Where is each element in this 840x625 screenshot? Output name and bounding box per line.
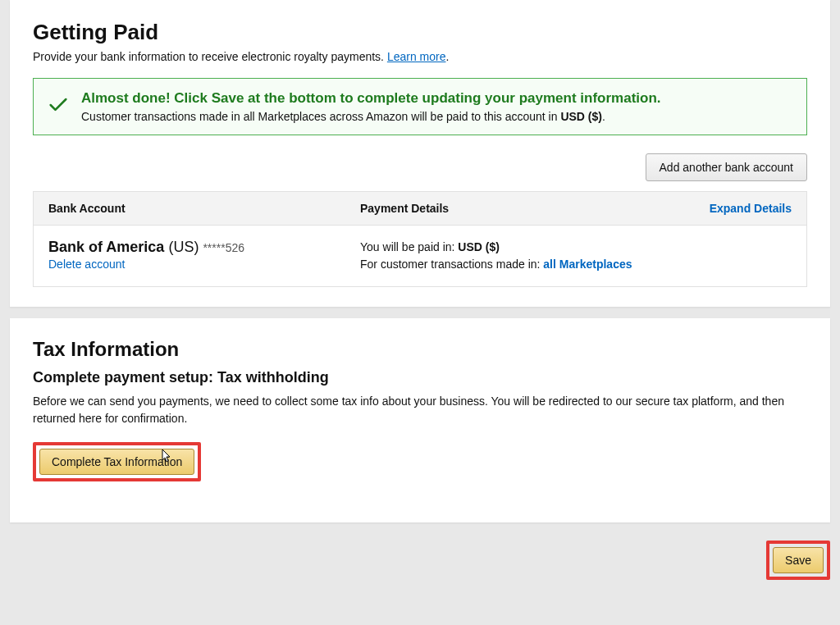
table-row: Bank of America (US) *****526 Delete acc… [34,226,806,286]
expand-details-link[interactable]: Expand Details [710,202,792,215]
paid-in-value: USD ($) [458,240,500,253]
bank-name: Bank of America [48,239,164,255]
checkmark-icon [47,94,70,116]
header-bank-account: Bank Account [48,202,360,215]
tax-description: Before we can send you payments, we need… [33,393,807,427]
all-marketplaces-link[interactable]: all Marketplaces [543,258,632,271]
tax-info-title: Tax Information [33,338,807,361]
add-bank-button[interactable]: Add another bank account [646,153,807,181]
bank-account-mask: *****526 [203,241,244,254]
save-highlight: Save [766,541,830,580]
alert-title: Almost done! Click Save at the bottom to… [81,90,793,107]
alert-success: Almost done! Click Save at the bottom to… [33,78,807,135]
bank-country: (US) [168,239,199,255]
tax-info-panel: Tax Information Complete payment setup: … [10,318,830,522]
bank-table-header: Bank Account Payment Details Expand Deta… [34,192,806,226]
complete-tax-button[interactable]: Complete Tax Information [39,449,194,475]
add-bank-row: Add another bank account [33,153,807,181]
transactions-label: For customer transactions made in: [360,258,543,271]
header-payment-details: Payment Details [360,202,710,215]
payment-details-cell: You will be paid in: USD ($) For custome… [360,239,792,273]
learn-more-link[interactable]: Learn more [387,50,446,63]
save-button[interactable]: Save [773,547,824,573]
alert-desc-currency: USD ($) [560,110,602,123]
getting-paid-title: Getting Paid [33,20,807,45]
subtitle-text: Provide your bank information to receive… [33,50,387,63]
subtitle-suffix: . [445,50,449,63]
bank-table: Bank Account Payment Details Expand Deta… [33,191,807,287]
alert-description: Customer transactions made in all Market… [81,110,793,123]
bank-name-line: Bank of America (US) *****526 [48,239,360,256]
paid-in-label: You will be paid in: [360,240,458,253]
delete-account-link[interactable]: Delete account [48,258,125,271]
alert-desc-prefix: Customer transactions made in all Market… [81,110,560,123]
getting-paid-subtitle: Provide your bank information to receive… [33,50,807,63]
footer-area: Save [0,522,840,580]
complete-tax-highlight: Complete Tax Information [33,442,201,481]
alert-desc-suffix: . [602,110,605,123]
getting-paid-panel: Getting Paid Provide your bank informati… [10,0,830,307]
tax-subtitle: Complete payment setup: Tax withholding [33,369,807,386]
